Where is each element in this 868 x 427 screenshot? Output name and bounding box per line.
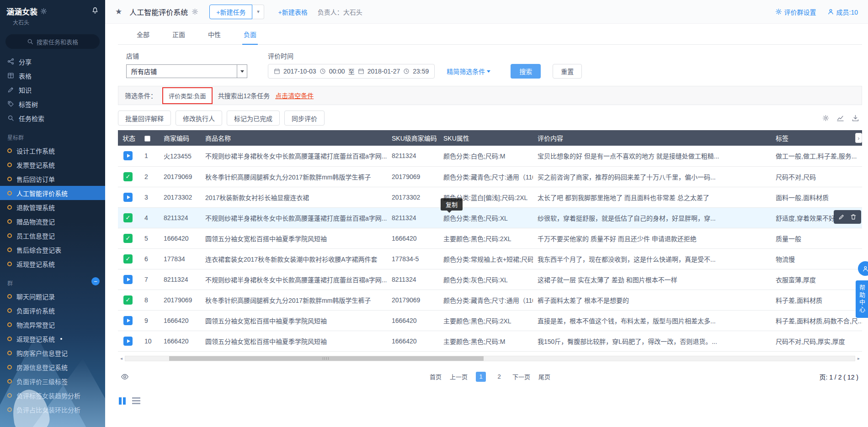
sidebar-starred-group-item[interactable]: 发票登记系统 (0, 158, 105, 172)
status-play-icon[interactable] (123, 193, 133, 202)
sidebar-group-item[interactable]: 物流异常登记 (0, 317, 105, 332)
card-view-toggle-icon[interactable] (119, 397, 126, 405)
table-row[interactable]: ✓220179069秋冬季针织高腰阔腿裤女九分2017新款胖mm韩版学生裤子20… (118, 166, 862, 187)
scroll-left-arrow-icon[interactable]: ◄ (118, 357, 125, 361)
sidebar-group-item[interactable]: 聊天问题记录 (0, 289, 105, 303)
tab-all[interactable]: 全部 (135, 25, 151, 45)
sidebar-group-item[interactable]: 返现登记系统 (0, 332, 105, 346)
shop-select-caret-icon[interactable] (237, 65, 247, 78)
tab-neutral[interactable]: 中性 (207, 25, 222, 45)
start-time-value[interactable]: 00:00 (329, 68, 345, 75)
search-button[interactable]: 搜索 (511, 64, 541, 79)
bulk-action-button-2[interactable]: 标记为已完成 (227, 111, 280, 126)
table-row[interactable]: 78211324不规则纱裙半身裙秋冬女中长款高腰蓬蓬裙打底蕾丝百褶a字网...8… (118, 269, 862, 290)
star-icon[interactable]: ★ (115, 7, 122, 16)
cell-product-name: 秋冬季针织高腰阔腿裤女九分2017新款胖mm韩版学生裤子 (201, 166, 387, 187)
status-done-icon[interactable]: ✓ (123, 213, 133, 222)
sidebar-item-tag-tree[interactable]: 标签树 (0, 97, 105, 111)
shop-select[interactable]: 所有店铺 (126, 64, 247, 78)
new-table-button[interactable]: +新建表格 (278, 7, 307, 16)
workspace-settings-icon[interactable] (40, 8, 47, 15)
scrollbar-thumb[interactable] (169, 356, 484, 361)
sidebar-group-item[interactable]: 负面评价三级标签 (0, 374, 105, 388)
list-view-toggle-icon[interactable] (132, 397, 140, 404)
sidebar-starred-group-item[interactable]: 售后综合登记表 (0, 242, 105, 257)
sidebar-starred-group-item[interactable]: 人工智能评价系统 (0, 186, 105, 200)
preview-eye-icon[interactable] (121, 373, 129, 381)
sidebar-group-item[interactable]: 负评占比女装环比分析 (0, 402, 105, 416)
pagination-page-1[interactable]: 1 (476, 372, 486, 382)
sidebar-group-item[interactable]: 房源信息登记系统 (0, 360, 105, 374)
status-done-icon[interactable]: ✓ (123, 234, 133, 243)
collapse-groups-icon[interactable]: − (91, 277, 100, 285)
edit-icon[interactable] (838, 214, 845, 220)
scroll-right-indicator-icon[interactable]: › (855, 133, 862, 143)
notifications-bell-icon[interactable] (91, 7, 99, 14)
sidebar-item-share[interactable]: 分享 (0, 54, 105, 69)
status-done-icon[interactable]: ✓ (123, 172, 133, 181)
scroll-right-arrow-icon[interactable]: ► (855, 357, 862, 361)
status-done-icon[interactable]: ✓ (123, 295, 133, 305)
reset-button[interactable]: 重置 (553, 64, 582, 79)
table-row[interactable]: 1火123455不规则纱裙半身裙秋冬女中长款高腰蓬蓬裙打底蕾丝百褶a字网...8… (118, 146, 862, 166)
table-row[interactable]: 91666420圆领五分袖女宽松百搭中袖夏季学院风短袖1666420主要颜色:黑… (118, 310, 862, 331)
table-row[interactable]: ✓48211324不规则纱裙半身裙秋冬女中长款高腰蓬蓬裙打底蕾丝百褶a字网...… (118, 207, 862, 228)
end-time-value[interactable]: 23:59 (413, 68, 429, 75)
sidebar-item-task-search[interactable]: 任务检索 (0, 111, 105, 125)
status-play-icon[interactable] (123, 151, 133, 160)
advanced-filter-toggle[interactable]: 精简筛选条件 (447, 67, 490, 76)
sidebar-starred-group-item[interactable]: 售后回访订单 (0, 172, 105, 186)
new-task-dropdown-caret-icon[interactable]: ▾ (252, 5, 264, 19)
sidebar-starred-group-item[interactable]: 返现登记系统 (0, 257, 105, 271)
new-task-button[interactable]: +新建任务 (209, 5, 252, 19)
date-range-picker[interactable]: 2017-10-03 00:00 至 2018-01-27 23:59 (268, 64, 435, 79)
bulk-action-button-1[interactable]: 修改执行人 (176, 111, 222, 126)
table-row[interactable]: 101666420圆领五分袖女宽松百搭中袖夏季学院风短袖1666420主要颜色:… (118, 331, 862, 351)
sidebar-item-knowledge[interactable]: 知识 (0, 83, 105, 97)
bulk-action-button-0[interactable]: 批量回评解释 (118, 111, 171, 126)
pagination-last[interactable]: 尾页 (538, 372, 550, 381)
scrollbar-track[interactable] (125, 356, 855, 361)
select-all-checkbox[interactable] (144, 136, 150, 142)
sidebar-starred-group-item[interactable]: 赠品物流登记 (0, 214, 105, 228)
status-play-icon[interactable] (123, 337, 133, 346)
status-done-icon[interactable]: ✓ (123, 254, 133, 264)
members-button[interactable]: 成员:10 (827, 7, 858, 16)
help-center-button[interactable]: 帮助中心 (856, 280, 868, 318)
cell-sku-code: 1666420 (387, 228, 439, 248)
status-play-icon[interactable] (123, 275, 133, 284)
group-settings-button[interactable]: 评价群设置 (775, 7, 816, 16)
sidebar-group-item[interactable]: 购房客户信息登记 (0, 346, 105, 360)
download-icon[interactable] (852, 114, 859, 122)
sidebar-item-tables[interactable]: 表格 (0, 69, 105, 83)
sidebar-group-item[interactable]: 负面评价系统 (0, 303, 105, 317)
tab-negative[interactable]: 负面 (242, 25, 258, 45)
sidebar-starred-group-item[interactable]: 退款管理系统 (0, 200, 105, 214)
table-row[interactable]: ✓6177834连衣裙套装女2017秋冬新款女装潮中款衬衫收腰A字裙两件套177… (118, 248, 862, 269)
line-chart-icon[interactable] (836, 114, 844, 122)
status-play-icon[interactable] (123, 316, 133, 325)
horizontal-scrollbar[interactable]: ◄ ► (118, 356, 862, 362)
sidebar-search-input[interactable]: 搜索任务和表格 (5, 34, 100, 49)
pagination-page-2[interactable]: 2 (494, 372, 504, 382)
table-row[interactable]: 3201733022017秋装新款女衬衫长袖显瘦连衣裙20173302颜色分类:… (118, 187, 862, 207)
column-header-tags: 标签 (771, 130, 862, 146)
table-settings-gear-icon[interactable] (822, 115, 829, 121)
table-row[interactable]: ✓51666420圆领五分袖女宽松百搭中袖夏季学院风短袖1666420主要颜色:… (118, 228, 862, 248)
start-date-value[interactable]: 2017-10-03 (283, 68, 316, 75)
table-row[interactable]: ✓820179069秋冬季针织高腰阔腿裤女九分2017新款胖mm韩版学生裤子20… (118, 290, 862, 310)
cell-review: 买之前咨询了商家，推荐的码回来差了十万八千里，偏小一码... (533, 166, 771, 187)
clear-conditions-link[interactable]: 点击清空条件 (275, 91, 314, 100)
pagination-first[interactable]: 首页 (430, 372, 442, 381)
sidebar-starred-group-item[interactable]: 设计工作系统 (0, 143, 105, 158)
tab-positive[interactable]: 正面 (171, 25, 186, 45)
end-date-value[interactable]: 2018-01-27 (367, 68, 400, 75)
delete-icon[interactable] (850, 214, 857, 220)
pagination-prev[interactable]: 上一页 (450, 372, 468, 381)
pagination-next[interactable]: 下一页 (512, 372, 530, 381)
bulk-action-button-3[interactable]: 同步评价 (284, 111, 325, 126)
condition-chip[interactable]: 评价类型:负面 (165, 90, 210, 102)
sidebar-starred-group-item[interactable]: 员工信息登记 (0, 228, 105, 242)
system-settings-icon[interactable] (192, 8, 198, 15)
sidebar-group-item[interactable]: 负评标签女装趋势分析 (0, 388, 105, 402)
